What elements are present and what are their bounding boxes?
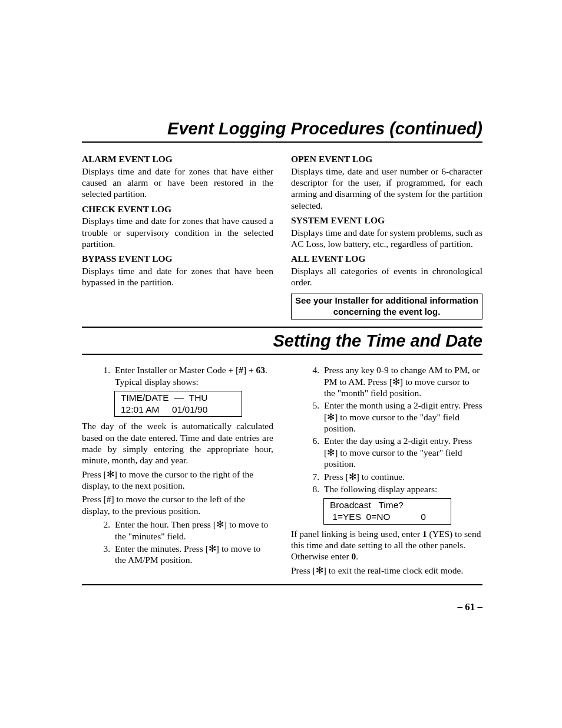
right-column-1: OPEN EVENT LOG Displays time, date and u… [291,150,482,319]
ordered-list-right: Press any key 0-9 to change AM to PM, or… [291,364,482,495]
subhead-open-event-log: OPEN EVENT LOG [291,153,482,164]
installer-note-box: See your Installer for additional inform… [291,294,482,319]
ordered-list-left: Enter Installer or Master Code + [#] + 6… [82,364,273,387]
left-column-1: ALARM EVENT LOG Displays time and date f… [82,150,273,319]
list-item: Enter the day using a 2-digit entry. Pre… [322,435,482,469]
paragraph: Displays time, date and user number or 6… [291,166,482,212]
section-heading-event-logging: Event Logging Procedures (continued) [82,118,482,143]
list-item: Press any key 0-9 to change AM to PM, or… [322,364,482,398]
subhead-check-event-log: CHECK EVENT LOG [82,203,273,215]
paragraph: Press [#] to move the cursor to the left… [82,493,273,516]
list-item: Enter Installer or Master Code + [#] + 6… [113,364,273,387]
left-column-2: Enter Installer or Master Code + [#] + 6… [82,364,273,578]
ordered-list-left-cont: Enter the hour. Then press [✻] to move t… [82,519,273,566]
document-page: Event Logging Procedures (continued) ALA… [0,0,562,728]
subhead-all-event-log: ALL EVENT LOG [291,253,482,264]
display-line-1: TIME/DATE –– THU [121,393,208,403]
hash-key: # [239,365,243,375]
subhead-alarm-event-log: ALARM EVENT LOG [82,153,273,164]
two-column-layout-2: Enter Installer or Master Code + [#] + 6… [82,364,482,578]
paragraph: Displays time and date for zones that ha… [82,166,273,200]
list-item: Enter the minutes. Press [✻] to move to … [113,543,273,566]
page-number: – 61 – [458,601,483,613]
list-item: Enter the month using a 2-digit entry. P… [322,400,482,434]
text-run: . [356,551,358,561]
keypad-display-broadcast: Broadcast Time? 1=YES 0=NO 0 [323,498,451,524]
display-line-1: Broadcast Time? [330,500,404,510]
value-1: 1 [422,529,427,539]
list-item: Enter the hour. Then press [✻] to move t… [113,519,273,542]
bottom-rule [82,584,482,585]
right-column-2: Press any key 0-9 to change AM to PM, or… [291,364,482,578]
text-run: ] + [243,365,256,375]
paragraph: Press [✻] to move the cursor to the righ… [82,469,273,492]
text-run: Enter Installer or Master Code + [ [115,365,239,375]
paragraph: Displays time and date for zones that ha… [82,265,273,288]
paragraph: Press [✻] to exit the real-time clock ed… [291,565,482,576]
keypad-display-time-date: TIME/DATE –– THU 12:01 AM 01/01/90 [114,391,242,417]
code-63: 63 [256,365,266,375]
paragraph: If panel linking is being used, enter 1 … [291,528,482,562]
list-item: Press [✻] to continue. [322,471,482,482]
paragraph: Displays all categories of events in chr… [291,265,482,288]
display-line-2: 12:01 AM 01/01/90 [121,404,207,414]
paragraph: Displays time and date for system proble… [291,227,482,250]
subhead-system-event-log: SYSTEM EVENT LOG [291,215,482,226]
two-column-layout-1: ALARM EVENT LOG Displays time and date f… [82,150,482,319]
paragraph: The day of the week is automatically cal… [82,420,273,466]
paragraph: Displays time and date for zones that ha… [82,215,273,249]
section-heading-setting-time-date: Setting the Time and Date [82,327,482,355]
display-line-2: 1=YES 0=NO 0 [330,512,426,522]
text-run: If panel linking is being used, enter [291,529,422,539]
subhead-bypass-event-log: BYPASS EVENT LOG [82,253,273,264]
list-item: The following display appears: [322,483,482,495]
